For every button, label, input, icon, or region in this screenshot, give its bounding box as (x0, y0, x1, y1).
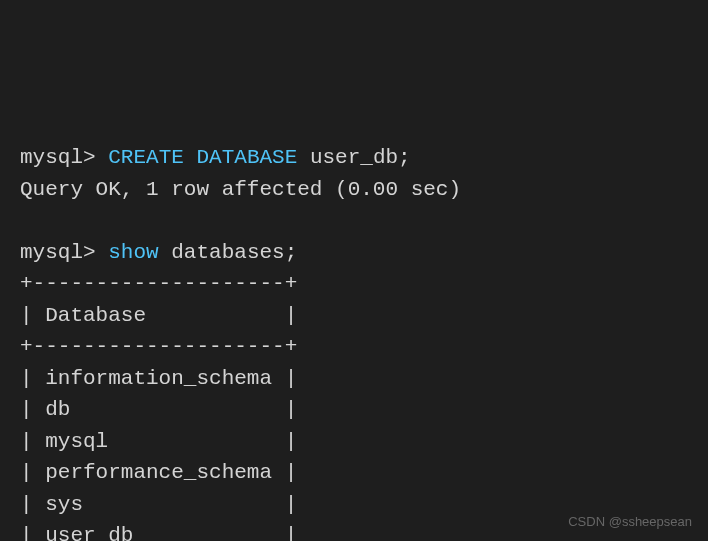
table-row: | db | (20, 394, 688, 426)
command-line-2: mysql> show databases; (20, 237, 688, 269)
blank-line (20, 205, 688, 237)
table-row: | mysql | (20, 426, 688, 458)
query-response: Query OK, 1 row affected (0.00 sec) (20, 174, 688, 206)
sql-keyword-create: CREATE (108, 146, 184, 169)
mysql-prompt: mysql> (20, 241, 96, 264)
table-row: | information_schema | (20, 363, 688, 395)
mysql-prompt: mysql> (20, 146, 96, 169)
command-line-1: mysql> CREATE DATABASE user_db; (20, 142, 688, 174)
table-row: | performance_schema | (20, 457, 688, 489)
table-header: | Database | (20, 300, 688, 332)
sql-keyword-show: show (108, 241, 158, 264)
sql-arg-dbname: user_db; (310, 146, 411, 169)
table-border-top: +--------------------+ (20, 268, 688, 300)
table-border-mid: +--------------------+ (20, 331, 688, 363)
sql-arg-databases: databases; (171, 241, 297, 264)
watermark-text: CSDN @ssheepsean (568, 512, 692, 532)
sql-keyword-database: DATABASE (196, 146, 297, 169)
